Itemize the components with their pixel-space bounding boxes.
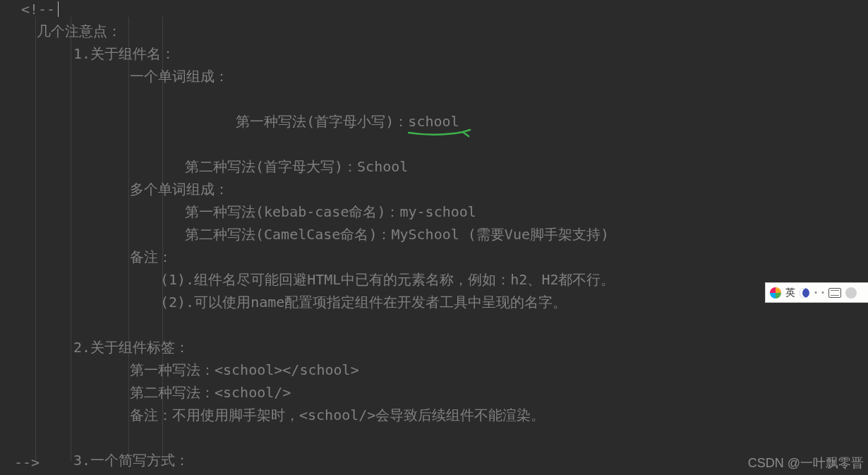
section-2-title: 2.关于组件标签：	[37, 336, 868, 359]
method-1-value: school	[408, 113, 459, 130]
comment-close-token: -->	[14, 451, 40, 474]
multi-word-method-2: 第二种写法(CamelCase命名)：MySchool (需要Vue脚手架支持)	[37, 223, 868, 246]
single-word-method-1: 第一种写法(首字母小写)：school	[37, 88, 868, 155]
section-1-note-2: (2).可以使用name配置项指定组件在开发者工具中呈现的名字。	[37, 291, 868, 313]
heading-notes: 几个注意点：	[37, 20, 868, 42]
multi-word-title: 多个单词组成：	[37, 178, 868, 200]
section-1-title: 1.关于组件名：	[37, 42, 868, 65]
text-cursor	[58, 1, 59, 17]
method-1-label: 第一种写法(首字母小写)：	[236, 113, 408, 130]
ime-toolbar[interactable]: 英 • •	[765, 282, 868, 303]
csdn-watermark: CSDN @一叶飘零晋	[748, 453, 864, 474]
section-2-note: 备注：不用使用脚手架时，<school/>会导致后续组件不能渲染。	[37, 404, 868, 426]
ime-logo-icon	[770, 287, 781, 299]
moon-icon[interactable]	[800, 288, 809, 298]
single-word-method-2: 第二种写法(首字母大写)：School	[37, 155, 868, 178]
section-3-title: 3.一个简写方式：	[37, 449, 868, 471]
section-2-method-1: 第一种写法：<school></school>	[37, 359, 868, 381]
single-word-title: 一个单词组成：	[37, 65, 868, 88]
code-editor: <!-- 几个注意点： 1.关于组件名： 一个单词组成： 第一种写法(首字母小写…	[0, 0, 868, 475]
keyboard-icon[interactable]	[828, 288, 841, 298]
avatar-icon[interactable]	[845, 287, 857, 299]
section-2-method-2: 第二种写法：<school/>	[37, 381, 868, 404]
comment-open-token: <!--	[1, 0, 55, 20]
multi-word-method-1: 第一种写法(kebab-case命名)：my-school	[37, 200, 868, 223]
ime-lang-label[interactable]: 英	[785, 284, 795, 300]
section-1-note-title: 备注：	[37, 246, 868, 268]
line-comment-open: <!--	[1, 0, 868, 18]
section-3-body: const school = Vue.extend(options) 可简写为：…	[37, 471, 868, 475]
section-1-note-1: (1).组件名尽可能回避HTML中已有的元素名称，例如：h2、H2都不行。	[37, 268, 868, 291]
dots-icon: • •	[814, 287, 824, 299]
